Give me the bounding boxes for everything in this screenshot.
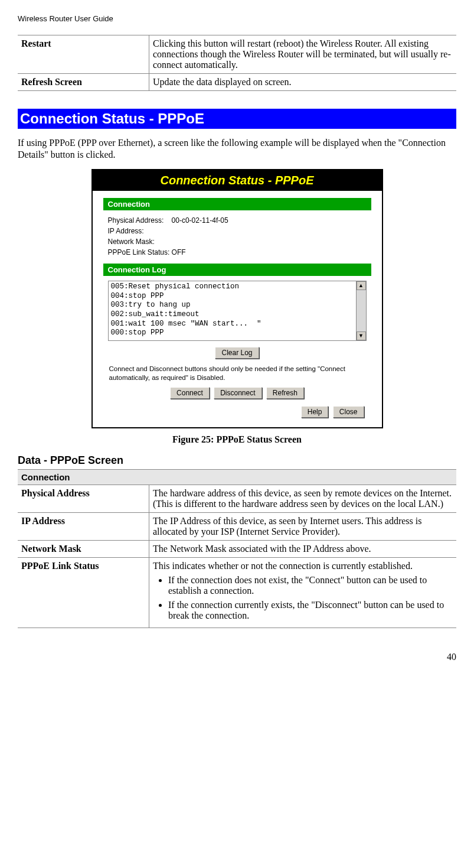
physical-address-label: Physical Address: [108,216,164,225]
table-row: Physical Address The hardware address of… [18,485,456,512]
figure-caption: Figure 25: PPPoE Status Screen [18,434,456,445]
connection-info: Physical Address: 00-c0-02-11-4f-05 IP A… [103,215,371,258]
connect-button-row: Connect Disconnect Refresh [103,386,371,400]
scroll-down-icon[interactable]: ▼ [357,331,366,340]
table-group-row: Connection [18,469,456,485]
log-box: 005:Reset physical connection 004:stop P… [108,281,367,341]
restart-label: Restart [18,35,149,74]
clear-log-row: Clear Log [103,346,371,360]
table-row: PPPoE Link Status This indicates whether… [18,557,456,628]
table-row: Network Mask The Network Mask associated… [18,540,456,557]
pppoe-bullets: If the connection does not exist, the "C… [153,575,453,621]
physical-address-row-label: Physical Address [18,485,149,512]
network-mask-row-label: Network Mask [18,540,149,557]
pppoe-link-status-row-label: PPPoE Link Status [18,557,149,628]
network-mask-row-desc: The Network Mask associated with the IP … [149,540,457,557]
scroll-up-icon[interactable]: ▲ [357,281,366,290]
help-button[interactable]: Help [301,406,329,418]
pppoe-link-status-row-desc: This indicates whether or not the connec… [149,557,457,628]
physical-address-value: 00-c0-02-11-4f-05 [172,216,228,225]
clear-log-button[interactable]: Clear Log [215,347,259,359]
log-scrollbar[interactable]: ▲ ▼ [356,281,366,340]
connection-group-header: Connection [18,469,456,485]
popup-window: Connection Status - PPPoE Connection Phy… [91,169,383,428]
data-screen-subheading: Data - PPPoE Screen [18,454,456,467]
close-button[interactable]: Close [333,406,364,418]
physical-address-row-desc: The hardware address of this device, as … [149,485,457,512]
refresh-button[interactable]: Refresh [266,387,304,399]
network-mask-label: Network Mask: [108,236,371,247]
data-table: Connection Physical Address The hardware… [18,469,456,628]
table-row: Restart Clicking this button will restar… [18,35,456,74]
page-header: Wireless Router User Guide [18,14,456,23]
help-close-row: Help Close [103,405,371,419]
list-item: If the connection does not exist, the "C… [168,575,453,596]
table-row: Refresh Screen Update the data displayed… [18,74,456,91]
intro-paragraph: If using PPPoE (PPP over Ethernet), a sc… [18,137,456,161]
top-description-table: Restart Clicking this button will restar… [18,35,456,91]
pppoe-link-status-label: PPPoE Link Status: [108,248,170,256]
connection-section-header: Connection [103,198,371,210]
connection-log-section-header: Connection Log [103,264,371,276]
pppoe-link-status-value: OFF [172,248,186,256]
disconnect-button[interactable]: Disconnect [214,387,261,399]
popup-title: Connection Status - PPPoE [93,170,382,191]
figure-container: Connection Status - PPPoE Connection Phy… [18,169,456,428]
log-textarea[interactable]: 005:Reset physical connection 004:stop P… [109,281,356,340]
list-item: If the connection currently exists, the … [168,600,453,621]
ip-address-row-label: IP Address [18,512,149,540]
section-heading: Connection Status - PPPoE [18,109,456,129]
ip-address-label: IP Address: [108,226,371,236]
pppoe-link-status-intro: This indicates whether or not the connec… [153,561,413,571]
page-number: 40 [18,652,456,662]
table-row: IP Address The IP Address of this device… [18,512,456,540]
ip-address-row-desc: The IP Address of this device, as seen b… [149,512,457,540]
connect-note: Connect and Disconnect buttons should on… [103,365,371,382]
connect-button[interactable]: Connect [170,387,210,399]
refresh-screen-desc: Update the data displayed on screen. [149,74,457,91]
restart-desc: Clicking this button will restart (reboo… [149,35,457,74]
popup-body: Connection Physical Address: 00-c0-02-11… [93,191,382,427]
refresh-screen-label: Refresh Screen [18,74,149,91]
